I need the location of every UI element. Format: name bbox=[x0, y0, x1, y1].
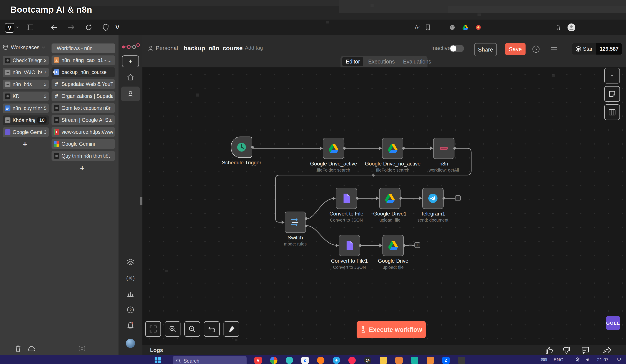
site-badge-icon[interactable]: V bbox=[113, 23, 122, 32]
language-indicator[interactable]: ENG bbox=[554, 357, 564, 362]
tab-executions[interactable]: Executions bbox=[365, 57, 398, 66]
add-workspace-button[interactable]: + bbox=[23, 140, 27, 149]
browser-tab[interactable]: n8n_nâng_cao_b1 - ... bbox=[51, 55, 115, 65]
help-icon[interactable]: ? bbox=[118, 306, 142, 314]
chrome-icon[interactable] bbox=[270, 357, 277, 364]
share-button[interactable]: Share bbox=[474, 43, 497, 56]
input-connector[interactable] bbox=[320, 146, 324, 150]
mic-icon[interactable]: 🎤︎ bbox=[576, 357, 580, 362]
comment-icon[interactable] bbox=[581, 346, 589, 354]
input-connector[interactable] bbox=[336, 243, 340, 247]
start-button[interactable] bbox=[154, 357, 161, 364]
shield-icon[interactable] bbox=[101, 23, 110, 32]
paint-icon[interactable] bbox=[427, 357, 434, 364]
browser-tab[interactable]: Gom text captions n8n bbox=[51, 103, 115, 113]
browser-tab[interactable]: view-source:https://www bbox=[51, 127, 115, 137]
open-endpoint[interactable]: + bbox=[455, 195, 461, 201]
output-connector[interactable] bbox=[356, 197, 358, 200]
node-convert-to-file[interactable]: Convert to FileConvert to JSON bbox=[336, 188, 357, 209]
user-avatar[interactable] bbox=[118, 339, 142, 348]
trash-icon[interactable] bbox=[554, 23, 563, 32]
node-gdrive1[interactable]: Google Drive1upload: file bbox=[379, 188, 400, 209]
activation-toggle[interactable] bbox=[450, 45, 464, 52]
node-telegram1[interactable]: Telegram1send: document bbox=[422, 188, 444, 209]
node-gdrive-active[interactable]: Google Drive_activefileFolder: search bbox=[323, 138, 344, 159]
variables-icon[interactable]: (✕) bbox=[118, 275, 142, 282]
forward-icon[interactable] bbox=[67, 23, 76, 32]
save-button[interactable]: Save bbox=[505, 43, 526, 55]
input-connector[interactable] bbox=[333, 196, 337, 200]
input-connector[interactable] bbox=[419, 196, 424, 200]
workspace-item[interactable]: KD3 bbox=[3, 91, 49, 101]
edge-icon[interactable] bbox=[286, 357, 293, 364]
new-tab-button[interactable]: + bbox=[80, 164, 84, 172]
output-connector[interactable] bbox=[403, 244, 405, 247]
extension-ghost-icon[interactable] bbox=[448, 23, 457, 32]
input-connector[interactable] bbox=[379, 243, 384, 247]
input-connector[interactable] bbox=[379, 146, 384, 150]
keyboard-icon[interactable]: ⌨ bbox=[541, 357, 547, 362]
output-connector[interactable] bbox=[343, 147, 346, 150]
add-workflow-button[interactable]: + bbox=[122, 55, 139, 67]
node-n8n-api[interactable]: n8nworkflow: getAll bbox=[433, 138, 454, 159]
execute-workflow-button[interactable]: Execute workflow bbox=[356, 321, 426, 338]
zoom-to-fit-button[interactable] bbox=[145, 321, 161, 337]
opera-icon[interactable] bbox=[348, 357, 356, 364]
panel-toggle-icon[interactable] bbox=[26, 23, 34, 32]
logs-label[interactable]: Logs bbox=[150, 347, 163, 353]
add-tag-button[interactable]: + Add tag bbox=[241, 45, 263, 51]
output-connector[interactable] bbox=[453, 147, 456, 150]
telegram-icon[interactable]: ✈ bbox=[333, 357, 340, 364]
github-star-button[interactable]: Star bbox=[572, 43, 596, 55]
version-history-icon[interactable] bbox=[532, 45, 540, 53]
workspace-item[interactable]: Khóa nâng c...10 bbox=[3, 116, 49, 125]
workspaces-header[interactable]: Workspaces bbox=[3, 43, 49, 52]
more-menu-icon[interactable] bbox=[551, 47, 557, 50]
tidy-up-button[interactable] bbox=[224, 321, 239, 337]
output-connector[interactable] bbox=[251, 146, 254, 149]
pencil-icon[interactable] bbox=[395, 357, 403, 364]
sidebar-capture-icon[interactable] bbox=[79, 346, 85, 351]
personal-project-item[interactable] bbox=[121, 86, 140, 101]
node-gdrive-bottom[interactable]: Google Driveupload: file bbox=[383, 235, 404, 256]
bookmark-icon[interactable] bbox=[424, 23, 432, 32]
open-endpoint[interactable]: + bbox=[414, 242, 420, 248]
dark-app-icon[interactable] bbox=[458, 357, 465, 364]
add-node-button[interactable]: + bbox=[604, 68, 620, 83]
breadcrumb[interactable]: Personal bbox=[148, 45, 178, 51]
workspace-item[interactable]: n8n_quy trình5 bbox=[3, 104, 49, 113]
extension-drive-icon[interactable] bbox=[461, 23, 470, 32]
notifications-bell-icon[interactable] bbox=[118, 322, 142, 329]
node-switch[interactable]: Switchmode: rules bbox=[285, 212, 306, 233]
workspace-item[interactable]: Google Gemi...3 bbox=[3, 127, 49, 137]
browser-tab[interactable]: Stream | Google AI Studi bbox=[51, 115, 115, 125]
menu-chevron-icon[interactable] bbox=[15, 23, 20, 32]
extension-adblock-icon[interactable] bbox=[474, 23, 483, 32]
notes-icon[interactable] bbox=[380, 357, 387, 364]
teal-app-icon[interactable] bbox=[411, 357, 418, 364]
insights-icon[interactable] bbox=[118, 290, 142, 297]
firefox-icon[interactable] bbox=[317, 357, 324, 364]
translate-icon[interactable]: A² bbox=[413, 23, 422, 32]
taskbar-search[interactable]: Search bbox=[173, 356, 247, 364]
output-connector[interactable] bbox=[359, 244, 362, 247]
zoom-out-button[interactable] bbox=[184, 321, 200, 337]
logs-panel[interactable]: Logs bbox=[142, 345, 626, 356]
workflow-name[interactable]: backup_n8n_course bbox=[184, 45, 243, 52]
workspace-item[interactable]: n8n_VAIC_bs27 bbox=[3, 68, 49, 77]
reload-icon[interactable] bbox=[84, 23, 93, 32]
templates-icon[interactable] bbox=[118, 259, 142, 265]
zoom-in-button[interactable] bbox=[165, 321, 181, 337]
github-star-widget[interactable]: Star 129,587 bbox=[572, 43, 622, 55]
coccoc-icon[interactable]: c bbox=[301, 357, 309, 364]
node-schedule-trigger[interactable]: Schedule Trigger bbox=[231, 137, 252, 158]
layout-columns-button[interactable] bbox=[604, 104, 620, 120]
output-connector[interactable] bbox=[442, 197, 445, 200]
output-connector[interactable] bbox=[305, 225, 308, 227]
output-connector[interactable] bbox=[305, 217, 308, 220]
node-convert-to-file1[interactable]: Convert to File1Convert to JSON bbox=[339, 235, 360, 256]
home-icon[interactable] bbox=[118, 74, 142, 81]
tab-editor[interactable]: Editor bbox=[342, 57, 363, 66]
tab-evaluations[interactable]: Evaluations bbox=[400, 57, 435, 66]
browser-tab[interactable]: Google Gemini bbox=[51, 139, 115, 149]
